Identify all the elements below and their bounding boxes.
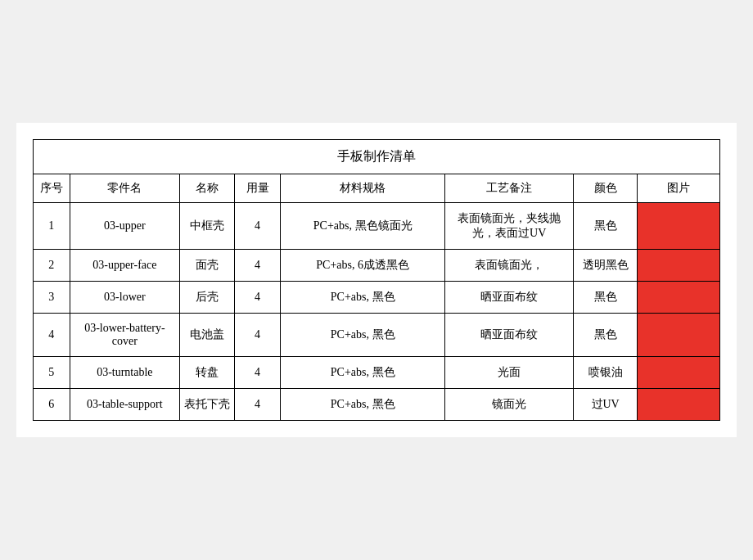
cell-partname: 03-table-support [70, 389, 179, 421]
cell-process: 表面镜面光，夹线抛光，表面过UV [445, 203, 574, 250]
cell-partname: 03-upper-face [70, 250, 179, 282]
cell-color: 透明黑色 [573, 250, 637, 282]
cell-process: 晒亚面布纹 [445, 314, 574, 357]
cell-color: 过UV [573, 389, 637, 421]
cell-spec: PC+abs, 黑色 [281, 357, 445, 389]
cell-qty: 4 [235, 357, 281, 389]
cell-process: 晒亚面布纹 [445, 282, 574, 314]
cell-qty: 4 [235, 282, 281, 314]
cell-name: 表托下壳 [179, 389, 234, 421]
cell-process: 表面镜面光， [445, 250, 574, 282]
cell-seq: 2 [34, 250, 70, 282]
header-partname: 零件名 [70, 174, 179, 203]
table-title: 手板制作清单 [34, 140, 720, 174]
cell-name: 转盘 [179, 357, 234, 389]
header-row: 序号 零件名 名称 用量 材料规格 工艺备注 颜色 图片 [34, 174, 720, 203]
header-qty: 用量 [235, 174, 281, 203]
cell-seq: 6 [34, 389, 70, 421]
header-seq: 序号 [34, 174, 70, 203]
cell-color: 黑色 [573, 314, 637, 357]
cell-image [638, 389, 720, 421]
cell-qty: 4 [235, 203, 281, 250]
cell-image [638, 314, 720, 357]
header-process: 工艺备注 [445, 174, 574, 203]
cell-qty: 4 [235, 250, 281, 282]
cell-image [638, 357, 720, 389]
header-color: 颜色 [573, 174, 637, 203]
main-table: 手板制作清单 序号 零件名 名称 用量 材料规格 工艺备注 颜色 图片 103-… [33, 139, 720, 421]
cell-spec: PC+abs, 黑色镜面光 [281, 203, 445, 250]
cell-process: 光面 [445, 357, 574, 389]
table-row: 303-lower后壳4PC+abs, 黑色晒亚面布纹黑色 [34, 282, 720, 314]
cell-spec: PC+abs, 黑色 [281, 314, 445, 357]
cell-spec: PC+abs, 黑色 [281, 282, 445, 314]
cell-partname: 03-upper [70, 203, 179, 250]
cell-name: 后壳 [179, 282, 234, 314]
cell-image [638, 282, 720, 314]
header-name: 名称 [179, 174, 234, 203]
cell-name: 面壳 [179, 250, 234, 282]
cell-name: 电池盖 [179, 314, 234, 357]
cell-partname: 03-turntable [70, 357, 179, 389]
cell-partname: 03-lower-battery-cover [70, 314, 179, 357]
cell-image [638, 250, 720, 282]
header-image: 图片 [638, 174, 720, 203]
table-row: 603-table-support表托下壳4PC+abs, 黑色镜面光过UV [34, 389, 720, 421]
cell-process: 镜面光 [445, 389, 574, 421]
cell-seq: 3 [34, 282, 70, 314]
cell-color: 黑色 [573, 282, 637, 314]
table-row: 503-turntable转盘4PC+abs, 黑色光面喷银油 [34, 357, 720, 389]
cell-seq: 5 [34, 357, 70, 389]
table-row: 403-lower-battery-cover电池盖4PC+abs, 黑色晒亚面… [34, 314, 720, 357]
title-row: 手板制作清单 [34, 140, 720, 174]
cell-image [638, 203, 720, 250]
cell-qty: 4 [235, 314, 281, 357]
page-wrapper: 手板制作清单 序号 零件名 名称 用量 材料规格 工艺备注 颜色 图片 103-… [16, 123, 737, 437]
cell-partname: 03-lower [70, 282, 179, 314]
table-row: 103-upper中框壳4PC+abs, 黑色镜面光表面镜面光，夹线抛光，表面过… [34, 203, 720, 250]
cell-color: 喷银油 [573, 357, 637, 389]
cell-spec: PC+abs, 6成透黑色 [281, 250, 445, 282]
cell-seq: 1 [34, 203, 70, 250]
cell-qty: 4 [235, 389, 281, 421]
cell-name: 中框壳 [179, 203, 234, 250]
cell-spec: PC+abs, 黑色 [281, 389, 445, 421]
header-spec: 材料规格 [281, 174, 445, 203]
cell-seq: 4 [34, 314, 70, 357]
table-row: 203-upper-face面壳4PC+abs, 6成透黑色表面镜面光，透明黑色 [34, 250, 720, 282]
cell-color: 黑色 [573, 203, 637, 250]
